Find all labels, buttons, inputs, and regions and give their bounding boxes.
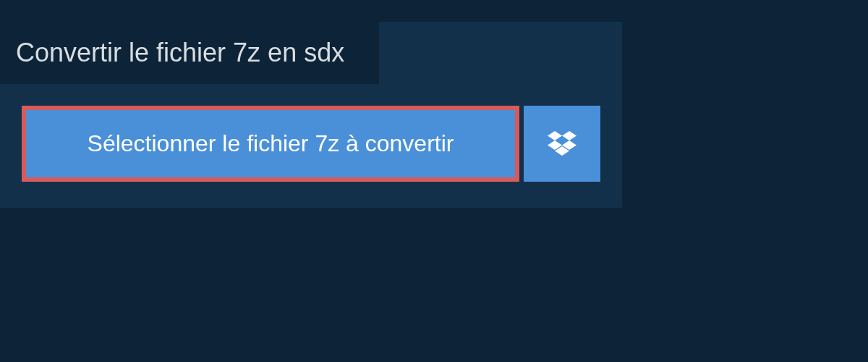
select-file-button[interactable]: Sélectionner le fichier 7z à convertir — [22, 106, 519, 182]
button-row: Sélectionner le fichier 7z à convertir — [0, 84, 622, 208]
dropbox-icon — [548, 131, 576, 157]
dropbox-button[interactable] — [524, 106, 600, 182]
converter-panel: Convertir le fichier 7z en sdx Sélection… — [0, 22, 622, 208]
page-title: Convertir le fichier 7z en sdx — [0, 22, 379, 84]
select-file-label: Sélectionner le fichier 7z à convertir — [88, 130, 454, 157]
